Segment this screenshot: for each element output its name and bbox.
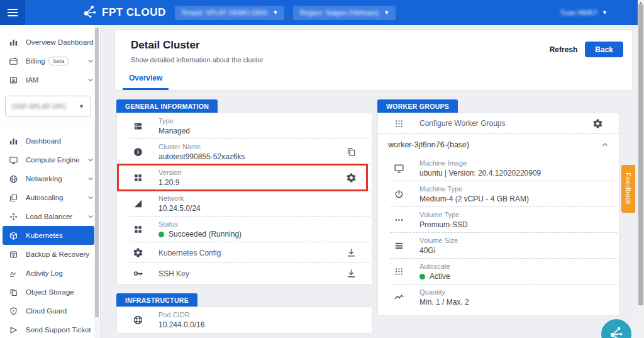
send-icon [9,325,18,335]
download-button[interactable] [338,268,364,279]
grid-dots-icon [378,118,419,129]
row-value: 10.244.0.0/16 [158,320,364,329]
grid-icon [117,224,158,235]
sidebar-scrollbar-thumb[interactable] [95,28,99,317]
page-heading: Detail Cluster Show detailed information… [131,39,264,64]
worker-group-body: Machine Imageubuntu | Version: 20.4.1202… [378,155,619,315]
page-scrollbar-thumb[interactable] [638,4,643,305]
general-information-panel: TypeManagedCluster Nameautotest990855-52… [116,113,373,284]
brand-logo: FPT CLOUD [82,3,166,22]
refresh-button[interactable]: Refresh [550,45,578,54]
row-label: Quantity [419,288,610,296]
key-icon [117,268,158,279]
user-menu[interactable]: Tuan NM57 ▼ [560,9,608,16]
infrastructure-panel: Pod CIDR10.244.0.0/16 [116,307,373,334]
worker-groups-tab: WORKER GROUPS [377,99,458,113]
tenant-selector[interactable]: Tenant: XPLAT DEMO-ORG ▼ [175,6,285,20]
shield-icon [9,307,18,316]
info-row-autoscale: AutoscaleActive [378,259,619,284]
sidebar-item-label: Cloud Guard [26,307,67,315]
sidebar-item-overview-dashboard[interactable]: Overview Dashboard [0,33,100,52]
info-row-type: TypeManaged [117,113,372,139]
page-header-card: Detail Cluster Show detailed information… [114,30,633,91]
row-label: Network [158,194,364,202]
info-row-machine-image: Machine Imageubuntu | Version: 20.4.1202… [378,155,619,181]
sidebar: Overview DashboardBillingbetaIAMOSP-XPLA… [0,25,101,338]
info-row-status: StatusSucceeded (Running) [117,217,372,242]
row-value: Min. 1 / Max. 2 [419,298,610,307]
sidebar-item-autoscaling[interactable]: Autoscaling [0,188,100,207]
sidebar-item-object-storage[interactable]: Object Storage [0,283,100,301]
region-selector[interactable]: Region: Saigon (Vietnam) ▼ [293,6,396,20]
bar-chart-icon [9,38,18,47]
sidebar-item-send-support-ticket[interactable]: Send Support Ticket [0,320,100,338]
user-name: Tuan NM57 [560,9,597,16]
worker-group-header[interactable]: worker-3jt6nn76-(base) [378,134,619,155]
tenant-label: Tenant: XPLAT DEMO-ORG [181,9,268,16]
sidebar-main-group: DashboardCompute EngineNetworkingAutosca… [0,125,100,338]
nodes-icon [9,212,18,222]
row-label: Status [158,220,364,228]
back-button[interactable]: Back [585,42,623,57]
row-label: SSH Key [158,269,338,278]
tab-overview[interactable]: Overview [123,74,169,90]
sidebar-item-label: Autoscaling [26,194,63,201]
sidebar-item-dashboard[interactable]: Dashboard [0,132,100,150]
sidebar-top-group: Overview DashboardBillingbetaIAMOSP-XPLA… [0,25,100,125]
sidebar-item-label: Load Balancer [26,213,72,220]
general-information-tab: GENERAL INFORMATION [116,99,218,113]
row-label: Pod CIDR [158,311,364,318]
sidebar-item-cloud-guard[interactable]: Cloud Guard [0,301,100,320]
chevron-up-icon[interactable] [601,141,609,149]
grid-icon [117,172,158,183]
caret-down-icon: ▼ [384,9,389,16]
gear-button[interactable] [338,172,364,183]
copy-icon [9,288,18,297]
sidebar-item-label: Backup & Recovery [26,251,89,258]
page-title: Detail Cluster [131,39,264,52]
sidebar-scrollbar[interactable] [94,25,99,338]
monitor-icon [9,155,18,165]
gear-icon [117,247,158,258]
row-value: Managed [158,127,364,135]
page-scrollbar[interactable]: ▲ [638,0,644,338]
infrastructure-tab: INFRASTRUCTURE [116,293,197,307]
chevron-down-icon [87,77,94,83]
page-subtitle: Show detailed information about the clus… [131,56,264,64]
brand-name: FPT CLOUD [102,6,166,19]
row-label: Machine Image [419,159,610,167]
sidebar-item-backup-recovery[interactable]: Backup & Recovery [0,245,100,264]
chevron-down-icon [87,157,94,163]
row-value: 10.24.5.0/24 [158,204,364,213]
row-value: 40Gi [419,246,610,255]
info-icon [117,147,158,157]
hamburger-menu-button[interactable] [0,0,25,25]
sidebar-item-compute-engine[interactable]: Compute Engine [0,150,100,169]
activity-icon [9,269,18,278]
sidebar-item-load-balancer[interactable]: Load Balancer [0,207,100,226]
download-button[interactable] [338,247,364,258]
feedback-tab[interactable]: Feedback [621,165,635,213]
sidebar-item-activity-log[interactable]: Activity Log [0,264,100,283]
info-row-cluster-name: Cluster Nameautotest990855-52xaz6ks [117,139,372,165]
status-dot [419,274,425,279]
monitor-icon [378,163,419,174]
row-label: Configure Worker Groups [419,119,585,128]
sidebar-item-iam[interactable]: IAM [0,70,100,89]
copy-button[interactable] [338,147,364,157]
sidebar-item-kubernetes[interactable]: Kubernetes [3,226,94,245]
row-value: 1.20.9 [158,178,338,187]
sidebar-item-networking[interactable]: Networking [0,169,100,188]
row-label: Machine Type [419,185,610,193]
info-row-configure-worker-groups: Configure Worker Groups [378,113,619,134]
sidebar-item-billing[interactable]: Billingbeta [0,52,100,70]
sidebar-item-label: Compute Engine [26,156,80,164]
row-label: Volume Type [419,211,610,218]
info-row-network: Network10.24.5.0/24 [117,191,372,217]
gear-button[interactable] [585,118,610,129]
vpc-select[interactable]: OSP-XPLAT-VPC▼ [5,96,91,117]
bar-chart-icon [9,137,18,146]
sidebar-item-label: Activity Log [26,269,63,277]
row-label: Cluster Name [158,143,338,150]
row-label: Type [158,117,364,125]
